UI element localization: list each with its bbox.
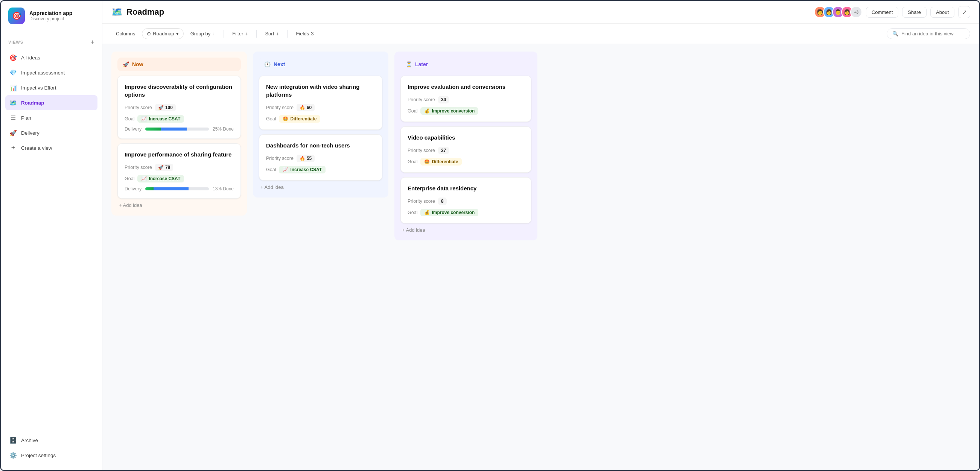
sidebar-item-label: Impact vs Effort xyxy=(21,85,56,90)
priority-label: Priority score xyxy=(124,165,152,170)
sidebar-item-delivery[interactable]: 🚀 Delivery xyxy=(5,125,97,140)
progress-bar xyxy=(145,187,209,190)
progress-done xyxy=(145,187,154,190)
goal-label: Goal xyxy=(266,116,276,122)
goal-badge: 📈 Increase CSAT xyxy=(279,166,326,173)
card-video-integration[interactable]: New integration with video sharing platf… xyxy=(259,76,382,130)
goal-text: Increase CSAT xyxy=(149,116,180,122)
progress-in-progress xyxy=(161,127,187,130)
goal-icon: 💰 xyxy=(424,108,430,114)
views-section-label: VIEWS + xyxy=(1,31,102,49)
priority-row: Priority score 🔥 60 xyxy=(266,104,375,111)
fields-count: 3 xyxy=(311,31,313,36)
group-by-button[interactable]: Group by + xyxy=(186,29,220,39)
comment-button[interactable]: Comment xyxy=(866,7,898,18)
next-cards: New integration with video sharing platf… xyxy=(259,71,382,181)
now-header-icon: 🚀 xyxy=(123,61,129,67)
plan-icon: ☰ xyxy=(9,114,18,122)
roadmap-tab-icon: ⊙ xyxy=(147,31,151,36)
delivery-row: Delivery 25% Done xyxy=(124,127,234,132)
priority-row: Priority score 8 xyxy=(407,198,524,205)
card-title: Video capabilities xyxy=(407,133,524,141)
card-dashboards[interactable]: Dashboards for non-tech users Priority s… xyxy=(259,134,382,181)
card-title: Dashboards for non-tech users xyxy=(266,141,375,149)
card-sharing-performance[interactable]: Improve performance of sharing feature P… xyxy=(118,143,241,199)
goal-label: Goal xyxy=(407,108,417,114)
goal-row: Goal 📈 Increase CSAT xyxy=(124,175,234,182)
fields-button[interactable]: Fields 3 xyxy=(291,29,318,39)
search-box[interactable]: 🔍 xyxy=(887,28,970,39)
roadmap-icon: 🗺️ xyxy=(9,98,18,107)
sidebar-item-label: Roadmap xyxy=(21,100,45,106)
delivery-icon: 🚀 xyxy=(9,128,18,137)
goal-icon: 📈 xyxy=(283,167,288,172)
sidebar-item-archive[interactable]: 🗄️ Archive xyxy=(5,433,97,448)
score-badge: 🚀 100 xyxy=(155,104,176,111)
sidebar-item-impact-assessment[interactable]: 💎 Impact assessment xyxy=(5,65,97,80)
roadmap-tab[interactable]: ⊙ Roadmap ▾ xyxy=(142,28,183,39)
card-title: Enterprise data residency xyxy=(407,184,524,192)
score-value: 34 xyxy=(441,97,446,102)
progress-text: 13% Done xyxy=(213,186,234,192)
impact-vs-effort-icon: 📊 xyxy=(9,84,18,92)
filter-label: Filter xyxy=(232,31,243,36)
score-value: 100 xyxy=(165,105,173,110)
card-title: New integration with video sharing platf… xyxy=(266,83,375,98)
app-icon: 🎯 xyxy=(8,8,25,24)
expand-button[interactable]: ⤢ xyxy=(958,6,970,18)
add-idea-next[interactable]: + Add idea xyxy=(259,181,382,194)
about-button[interactable]: About xyxy=(930,7,955,18)
score-icon: 🔥 xyxy=(299,156,305,161)
score-icon: 🚀 xyxy=(158,105,164,110)
next-header-icon: 🕐 xyxy=(264,61,270,67)
filter-button[interactable]: Filter + xyxy=(228,29,253,39)
priority-label: Priority score xyxy=(407,97,435,102)
goal-row: Goal 📈 Increase CSAT xyxy=(124,115,234,123)
score-value: 60 xyxy=(307,105,312,110)
search-input[interactable] xyxy=(901,31,964,36)
page-icon: 🗺️ xyxy=(111,7,123,17)
goal-badge: 💰 Improve conversion xyxy=(420,107,478,115)
priority-row: Priority score 34 xyxy=(407,96,524,103)
sidebar-item-plan[interactable]: ☰ Plan xyxy=(5,110,97,125)
score-badge: 8 xyxy=(438,198,447,205)
columns-button[interactable]: Columns xyxy=(111,29,140,39)
column-later: ⏳ Later Improve evaluation and conversio… xyxy=(395,52,538,463)
add-idea-now[interactable]: + Add idea xyxy=(118,199,241,212)
goal-row: Goal 📈 Increase CSAT xyxy=(266,166,375,173)
add-view-icon[interactable]: + xyxy=(91,39,94,46)
search-icon: 🔍 xyxy=(892,31,898,36)
avatar-overflow: +3 xyxy=(850,6,862,18)
goal-row: Goal 💰 Improve conversion xyxy=(407,107,524,115)
sort-button[interactable]: Sort + xyxy=(261,29,283,39)
card-evaluation-conversions[interactable]: Improve evaluation and conversions Prior… xyxy=(401,76,531,122)
project-settings-icon: ⚙️ xyxy=(9,451,18,459)
column-now: 🚀 Now Improve discoverability of configu… xyxy=(111,52,247,463)
avatar-group: 🧑 👩 👨 👩 +3 xyxy=(814,6,862,18)
card-title: Improve performance of sharing feature xyxy=(124,151,234,159)
add-idea-later[interactable]: + Add idea xyxy=(401,224,531,236)
sidebar-item-label: Delivery xyxy=(21,130,40,136)
group-by-plus-icon: + xyxy=(212,31,215,37)
goal-row: Goal 💰 Improve conversion xyxy=(407,209,524,216)
card-discoverability[interactable]: Improve discoverability of configuration… xyxy=(118,76,241,139)
score-value: 27 xyxy=(441,148,446,153)
card-enterprise-data[interactable]: Enterprise data residency Priority score… xyxy=(401,177,531,224)
share-button[interactable]: Share xyxy=(902,7,927,18)
sidebar-item-project-settings[interactable]: ⚙️ Project settings xyxy=(5,448,97,463)
sidebar-item-roadmap[interactable]: 🗺️ Roadmap xyxy=(5,95,97,110)
sidebar-item-create-view[interactable]: + Create a view xyxy=(5,140,97,155)
priority-label: Priority score xyxy=(407,148,435,153)
goal-icon: 💰 xyxy=(424,210,430,215)
score-badge: 27 xyxy=(438,147,449,154)
goal-icon: 🤩 xyxy=(424,159,430,164)
goal-text: Increase CSAT xyxy=(149,176,180,181)
app-title: Appreciation app xyxy=(29,10,72,16)
card-video-capabilities[interactable]: Video capabilities Priority score 27 Goa… xyxy=(401,127,531,173)
sidebar-item-all-ideas[interactable]: 🎯 All ideas xyxy=(5,50,97,65)
score-badge: 34 xyxy=(438,96,449,103)
sidebar-item-label: Project settings xyxy=(21,453,56,458)
score-value: 8 xyxy=(441,199,444,204)
sidebar-item-impact-vs-effort[interactable]: 📊 Impact vs Effort xyxy=(5,80,97,95)
priority-label: Priority score xyxy=(266,105,294,110)
